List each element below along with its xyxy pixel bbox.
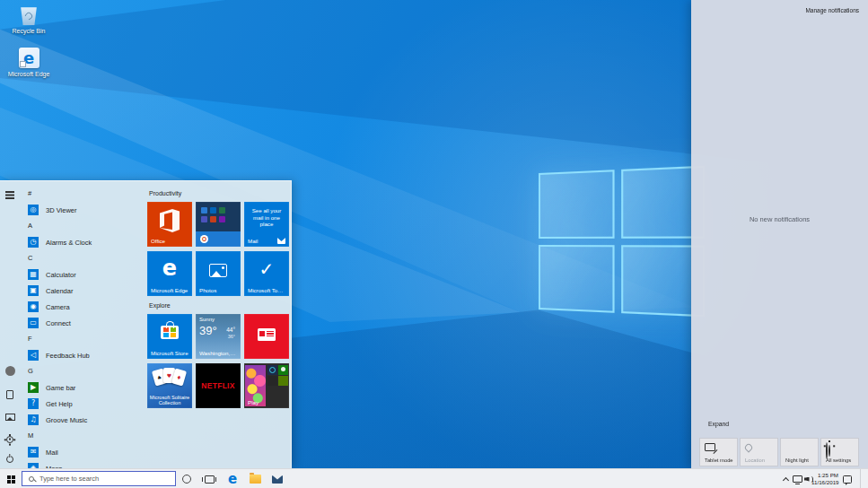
office-logo-icon: O [200, 235, 208, 243]
app-section-m[interactable]: M [23, 428, 140, 444]
folder-icon [250, 475, 261, 484]
app-item-label: Groove Music [46, 416, 87, 424]
app-section-f[interactable]: F [23, 331, 140, 347]
tile-label: Microsoft Store [151, 350, 189, 356]
show-desktop-button[interactable] [860, 469, 868, 488]
chevron-up-icon [782, 476, 788, 483]
office-icon [160, 209, 180, 232]
search-icon [29, 476, 34, 482]
quick-action-tablet-mode[interactable]: Tablet mode [699, 438, 738, 466]
app-item-game-bar[interactable]: ▶Game bar [23, 379, 140, 396]
taskbar-search-box[interactable] [22, 471, 176, 486]
action-center-button[interactable] [841, 469, 854, 488]
app-item-label: Connect [46, 319, 71, 327]
app-item-maps[interactable]: ◈Maps [23, 460, 140, 468]
app-item-label: Calendar [46, 287, 73, 295]
get-help-icon: ? [28, 398, 39, 409]
windows-logo-wallpaper [539, 166, 705, 318]
tile-label: Washington,… [199, 350, 237, 356]
tile-office-live[interactable]: O [196, 202, 241, 247]
power-icon[interactable] [5, 453, 17, 465]
tile-store[interactable]: Microsoft Store [147, 314, 192, 359]
taskbar: e 1:25 PM 11/16/2019 [0, 468, 868, 488]
tile-label: Mail [248, 238, 285, 244]
quick-action-label: Tablet mode [705, 458, 733, 463]
app-item-connect[interactable]: ▭Connect [23, 315, 140, 331]
game-bar-icon: ▶ [28, 382, 39, 393]
desktop-icon-label: Microsoft Edge [8, 71, 50, 78]
connect-icon: ▭ [28, 318, 39, 328]
hamburger-menu-icon[interactable] [5, 189, 17, 201]
mail-taskbar-button[interactable] [267, 469, 288, 488]
weather-condition: Sunny [199, 317, 215, 322]
app-item-label: Alarms & Clock [46, 239, 92, 247]
no-notifications-message: No new notifications [691, 215, 868, 223]
app-item-3d-viewer[interactable]: ◎3D Viewer [23, 202, 140, 218]
tile-label: Microsoft Edge [151, 287, 189, 293]
desktop-icon-label: Recycle Bin [13, 28, 46, 35]
tile-edge[interactable]: eMicrosoft Edge [147, 251, 192, 296]
tile-news[interactable] [244, 314, 289, 359]
search-input[interactable] [39, 475, 156, 483]
office-apps-icons [201, 207, 225, 222]
tile-play[interactable]: Play [244, 363, 289, 408]
tile-solitaire[interactable]: ♠♥♦Microsoft Solitaire Collection [147, 363, 192, 408]
tile-office[interactable]: Office [147, 202, 192, 247]
manage-notifications-link[interactable]: Manage notifications [805, 7, 859, 13]
tile-mail[interactable]: See all your mail in one placeMail [244, 202, 289, 247]
app-item-calendar[interactable]: ▣Calendar [23, 283, 140, 299]
quick-action-all-settings[interactable]: All settings [820, 438, 859, 466]
app-item-label: Game bar [46, 384, 75, 392]
edge-icon: e [147, 251, 192, 285]
task-view-button[interactable] [198, 469, 220, 488]
app-item-get-help[interactable]: ?Get Help [23, 396, 140, 412]
app-item-feedback-hub[interactable]: ◁Feedback Hub [23, 347, 140, 363]
desktop-icon-microsoft-edge[interactable]: e Microsoft Edge [4, 48, 54, 78]
tile-todo[interactable]: ✓Microsoft To… [244, 251, 289, 296]
weather-high: 44° [226, 327, 235, 333]
app-item-camera[interactable]: ◉Camera [23, 299, 140, 315]
app-section-item[interactable]: # [23, 186, 140, 202]
edge-taskbar-button[interactable]: e [222, 469, 243, 488]
windows-logo-icon [7, 475, 15, 484]
tray-date: 11/16/2019 [811, 479, 838, 486]
start-button[interactable] [0, 469, 22, 488]
app-item-mail[interactable]: ✉Mail [23, 444, 140, 460]
alarms-clock-icon: ◷ [28, 237, 39, 248]
file-explorer-button[interactable] [244, 469, 266, 488]
tile-label: Photos [199, 287, 237, 293]
groove-music-icon: ♫ [28, 414, 39, 425]
todo-check-icon: ✓ [244, 253, 289, 285]
quick-action-night-light[interactable]: Night light [780, 438, 819, 466]
app-item-groove-music[interactable]: ♫Groove Music [23, 412, 140, 428]
recycle-bin-icon [20, 5, 38, 25]
tray-network[interactable] [792, 469, 803, 488]
tile-netflix[interactable]: NETFLIX [196, 363, 241, 408]
user-account-icon[interactable] [5, 365, 17, 377]
tray-clock[interactable]: 1:25 PM 11/16/2019 [811, 472, 838, 485]
documents-icon[interactable] [5, 388, 17, 400]
quick-action-location[interactable]: Location [740, 438, 778, 466]
desktop-icon-recycle-bin[interactable]: Recycle Bin [4, 5, 54, 35]
app-section-a[interactable]: A [23, 218, 140, 234]
tray-show-hidden-icons[interactable] [780, 469, 791, 488]
action-center-icon [843, 475, 852, 484]
cortana-button[interactable] [176, 469, 197, 488]
app-section-g[interactable]: G [23, 363, 140, 379]
microsoft-edge-icon: e [19, 48, 39, 68]
weather-temperature: 39° [199, 324, 217, 337]
calendar-icon: ▣ [28, 285, 39, 296]
pictures-icon[interactable] [5, 411, 17, 423]
quick-action-label: Night light [785, 458, 809, 463]
tile-label: Microsoft Solitaire Collection [148, 395, 191, 406]
app-item-alarms-clock[interactable]: ◷Alarms & Clock [23, 234, 140, 250]
mail-envelope-icon [272, 475, 283, 484]
tray-time: 1:25 PM [811, 472, 838, 479]
app-item-calculator[interactable]: ▦Calculator [23, 266, 140, 283]
settings-icon[interactable] [5, 433, 17, 445]
tile-photos[interactable]: Photos [196, 251, 241, 296]
calculator-icon: ▦ [28, 269, 39, 280]
tile-weather[interactable]: Sunny39°44°36°Washington,… [196, 314, 241, 359]
expand-link[interactable]: Expand [708, 421, 729, 427]
app-section-c[interactable]: C [23, 250, 140, 266]
